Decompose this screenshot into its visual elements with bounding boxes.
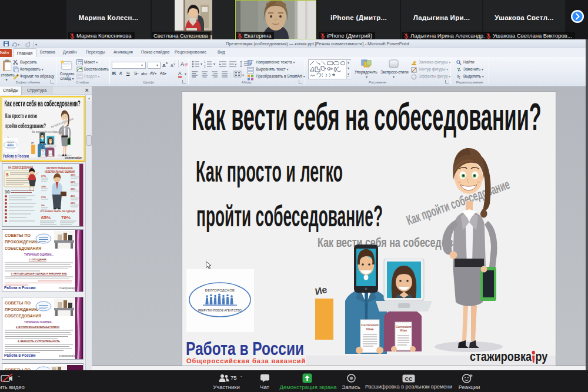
- svg-text:▾: ▾: [35, 43, 37, 46]
- svg-text:СОБЕСЕДОВАНИЯ: СОБЕСЕДОВАНИЯ: [5, 313, 41, 319]
- svg-text:10: 10: [5, 189, 9, 195]
- svg-text:стажировка(ру: стажировка(ру: [59, 287, 77, 290]
- svg-text:▾: ▾: [213, 62, 215, 66]
- svg-text:▾: ▾: [242, 73, 244, 77]
- svg-text:9%: 9%: [41, 204, 45, 207]
- svg-text:5. ВАЖНОСТЬ И СТРОИТЕЛЬНОСТЬ: 5. ВАЖНОСТЬ И СТРОИТЕЛЬНОСТЬ: [18, 340, 60, 343]
- svg-text:РЕКРУТИНГОВОЕ АГЕНТСТВО: РЕКРУТИНГОВОЕ АГЕНТСТВО: [6, 146, 15, 148]
- svg-text:46%: 46%: [71, 195, 75, 197]
- svg-text:2. НЕПОДХОДЯЩАЯ ОДЕЖДА И ВНЕШН: 2. НЕПОДХОДЯЩАЯ ОДЕЖДА И ВНЕШНИЙ ВИД: [11, 272, 67, 275]
- svg-text:65%: 65%: [71, 202, 75, 205]
- svg-text:БЕЛГОРОДСКОЕ: БЕЛГОРОДСКОЕ: [7, 142, 14, 143]
- svg-text:БЕЛГОРОДСКОЕ: БЕЛГОРОДСКОЕ: [205, 289, 235, 292]
- svg-text:67%: 67%: [41, 175, 46, 177]
- svg-text:Vitae: Vitae: [400, 329, 407, 332]
- svg-text:СОБЕСЕДОВАНИЯ: СОБЕСЕДОВАНИЯ: [5, 246, 41, 251]
- svg-text:СОВЕТЫ ПО: СОВЕТЫ ПО: [5, 233, 31, 238]
- svg-text:38%: 38%: [41, 185, 46, 188]
- svg-text:ПРОХОЖДЕНИЮ: ПРОХОЖДЕНИЮ: [5, 239, 39, 244]
- svg-text:Работа в России: Работа в России: [4, 353, 35, 357]
- svg-text:СОВЕТЫ ПО: СОВЕТЫ ПО: [5, 300, 31, 306]
- svg-text:▾: ▾: [201, 62, 202, 66]
- svg-text:2: 2: [204, 65, 206, 68]
- svg-text:стажировка(ру: стажировка(ру: [59, 354, 77, 357]
- svg-text:РЕКРУТИНГОВОЕ АГЕНТСТВО: РЕКРУТИНГОВОЕ АГЕНТСТВО: [198, 309, 242, 312]
- svg-text:НА СОБЕСЕДОВАНИИ: НА СОБЕСЕДОВАНИИ: [8, 166, 33, 169]
- svg-text:ТИПИЧНЫЕ ОШИБКИ...: ТИПИЧНЫЕ ОШИБКИ...: [24, 253, 54, 256]
- svg-text:65%: 65%: [41, 215, 51, 220]
- svg-text:1. ОПОЗДАНИЕ: 1. ОПОЗДАНИЕ: [29, 258, 46, 261]
- svg-text:ПРОХОЖДЕНИЮ: ПРОХОЖДЕНИЮ: [5, 307, 39, 312]
- svg-text:62%: 62%: [71, 180, 75, 183]
- svg-text:23%: 23%: [71, 187, 75, 190]
- svg-text:21%: 21%: [41, 196, 46, 199]
- svg-text:Vitae: Vitae: [366, 327, 373, 331]
- svg-text:Работа в России: Работа в России: [4, 286, 35, 290]
- svg-text:Vitae: Vitae: [49, 151, 51, 152]
- svg-text:1: 1: [204, 61, 206, 63]
- svg-text:▾: ▾: [18, 43, 19, 46]
- svg-text:33%: 33%: [71, 173, 75, 176]
- svg-text:РАСПРОСТРАНЕННЫЕ: РАСПРОСТРАНЕННЫЕ: [46, 167, 73, 170]
- svg-text:5: 5: [6, 172, 9, 177]
- svg-text:70%: 70%: [61, 215, 71, 220]
- svg-text:CC: CC: [405, 376, 413, 382]
- svg-text:ТИПИЧНЫЕ ОШИБКИ...: ТИПИЧНЫЕ ОШИБКИ...: [24, 320, 54, 324]
- svg-text:4. НЕ ОТКЛЮЧЕННЫЙ МОБИЛЬНЫЙ ТЕ: 4. НЕ ОТКЛЮЧЕННЫЙ МОБИЛЬНЫЙ ТЕЛЕФОН: [16, 326, 59, 329]
- svg-text:ЧТО НУЖНО ЗНАТЬ ОБ ОДЕЖДЕ: ЧТО НУЖНО ЗНАТЬ ОБ ОДЕЖДЕ: [40, 210, 75, 213]
- svg-text:A: A: [181, 61, 184, 67]
